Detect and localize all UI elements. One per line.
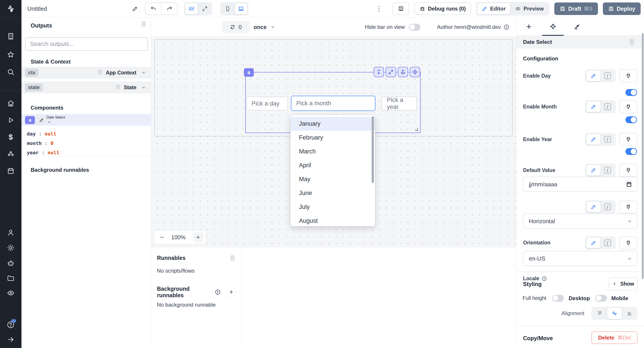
month-option[interactable]: August — [290, 214, 375, 226]
fn-mode-icon[interactable]: ƒ — [601, 165, 614, 176]
month-input-focused[interactable]: Pick a month — [291, 96, 376, 111]
component-doc-icon[interactable] — [628, 39, 635, 46]
search-icon[interactable] — [7, 68, 15, 76]
styling-show-button[interactable]: Show — [608, 277, 638, 290]
fullscreen-layout-button[interactable] — [198, 3, 211, 14]
move-button[interactable] — [410, 67, 420, 77]
fn-mode-icon[interactable]: ƒ — [601, 101, 614, 112]
connect-plug-button[interactable] — [619, 236, 638, 249]
user-icon[interactable] — [7, 228, 15, 236]
hide-bar-toggle[interactable] — [409, 24, 420, 31]
outputs-doc-icon[interactable] — [140, 20, 147, 27]
desktop-mobile-toggle[interactable] — [595, 295, 607, 302]
enable-day-toggle[interactable] — [626, 89, 637, 96]
month-option[interactable]: February — [290, 130, 375, 144]
expand-down-button[interactable] — [374, 67, 384, 77]
month-option[interactable]: April — [290, 158, 375, 172]
state-row[interactable]: state State — [22, 82, 151, 93]
default-value-date-input[interactable]: jj/mm/aaaa — [523, 177, 638, 192]
undo-button[interactable] — [145, 3, 161, 14]
year-input[interactable]: Pick a year — [382, 96, 417, 110]
centered-layout-button[interactable] — [185, 3, 198, 14]
month-option[interactable]: June — [290, 186, 375, 200]
rename-component-pencil-icon[interactable] — [37, 116, 46, 124]
month-option[interactable]: March — [290, 144, 375, 158]
debug-runs-button[interactable]: Debug runs (0) — [414, 2, 471, 15]
ctx-row[interactable]: ctx App Context — [22, 67, 151, 78]
deploy-button[interactable]: Deploy — [603, 2, 641, 15]
settings-gear-icon[interactable] — [7, 244, 15, 252]
help-icon[interactable] — [7, 321, 15, 329]
runnables-doc-icon[interactable] — [229, 255, 236, 262]
refresh-count-button[interactable]: 0 — [222, 21, 250, 33]
audit-eye-icon[interactable] — [7, 289, 15, 297]
docs-book-button[interactable] — [393, 2, 409, 15]
folders-icon[interactable] — [7, 274, 15, 282]
windmill-logo[interactable] — [0, 0, 22, 18]
chevron-down-icon[interactable] — [141, 85, 146, 90]
connect-plug-button[interactable] — [619, 69, 638, 82]
month-option[interactable]: May — [290, 172, 375, 186]
delete-component-button[interactable]: Delete ⌘Del — [592, 332, 638, 344]
static-pencil-icon[interactable] — [586, 70, 600, 81]
panel-scrollbar[interactable] — [642, 33, 644, 279]
static-pencil-icon[interactable] — [586, 101, 600, 112]
fn-mode-icon[interactable]: ƒ — [601, 70, 614, 81]
run-mode-dropdown[interactable]: once — [254, 18, 276, 37]
component-settings-tab[interactable] — [541, 18, 565, 36]
info-icon[interactable] — [215, 289, 221, 295]
anchor-button[interactable] — [398, 67, 408, 77]
locale-select[interactable]: en-US — [523, 251, 638, 266]
static-pencil-icon[interactable] — [586, 238, 600, 248]
zoom-in-button[interactable]: + — [193, 232, 203, 242]
connect-plug-button[interactable] — [619, 164, 638, 177]
component-tag-a[interactable]: a — [244, 68, 254, 77]
align-bottom-button[interactable] — [622, 308, 636, 319]
styling-tab[interactable] — [565, 18, 589, 36]
fullsize-button[interactable] — [386, 67, 396, 77]
expand-rail-arrow-icon[interactable] — [7, 336, 15, 344]
outputs-search-input[interactable] — [30, 40, 143, 48]
chevron-up-icon[interactable] — [46, 120, 65, 125]
add-background-runnable-button[interactable]: + — [226, 287, 236, 297]
home-icon[interactable] — [7, 99, 15, 107]
runs-play-icon[interactable] — [7, 116, 15, 124]
enable-month-toggle[interactable] — [626, 116, 637, 123]
month-option[interactable]: January — [290, 117, 375, 130]
mobile-view-button[interactable] — [222, 3, 234, 14]
fn-mode-icon[interactable]: ƒ — [601, 238, 614, 248]
variables-dollar-icon[interactable]: $ — [9, 132, 13, 141]
align-top-button[interactable] — [592, 308, 607, 319]
fn-mode-icon[interactable]: ƒ — [601, 134, 614, 145]
chevron-down-icon[interactable] — [141, 70, 146, 75]
app-canvas[interactable]: a Pick a day Pick a month Pick a year Ja… — [151, 37, 516, 247]
dropdown-scrollbar[interactable] — [372, 116, 374, 183]
static-pencil-icon[interactable] — [586, 165, 600, 176]
resize-handle[interactable] — [415, 128, 418, 131]
static-pencil-icon[interactable] — [586, 134, 600, 145]
orientation-select[interactable]: Horizontal — [523, 214, 638, 229]
preview-tab[interactable]: Preview — [510, 3, 548, 14]
component-row-a[interactable]: a Date Select — [22, 114, 151, 126]
calendar-icon[interactable] — [626, 181, 632, 188]
enable-year-toggle[interactable] — [626, 148, 637, 155]
connect-plug-button[interactable] — [619, 200, 638, 213]
zoom-out-button[interactable]: − — [160, 234, 164, 241]
month-option[interactable]: July — [290, 200, 375, 214]
connect-plug-button[interactable] — [619, 100, 638, 113]
workspace-icon[interactable] — [7, 32, 15, 40]
more-menu-kebab-icon[interactable]: ⋮ — [374, 5, 384, 12]
workers-robot-icon[interactable] — [7, 259, 15, 267]
resources-cubes-icon[interactable] — [7, 150, 15, 158]
fn-mode-icon[interactable]: ƒ — [601, 202, 614, 212]
desktop-view-button[interactable] — [235, 3, 247, 14]
redo-button[interactable] — [161, 3, 177, 14]
edit-title-pencil-icon[interactable] — [132, 6, 138, 12]
align-middle-button[interactable] — [607, 308, 622, 319]
day-input[interactable]: Pick a day — [246, 96, 288, 110]
insert-component-tab[interactable]: + — [517, 18, 541, 36]
static-pencil-icon[interactable] — [586, 202, 600, 212]
full-height-toggle[interactable] — [552, 295, 564, 302]
connect-plug-button[interactable] — [619, 133, 638, 146]
info-icon[interactable] — [542, 276, 547, 281]
